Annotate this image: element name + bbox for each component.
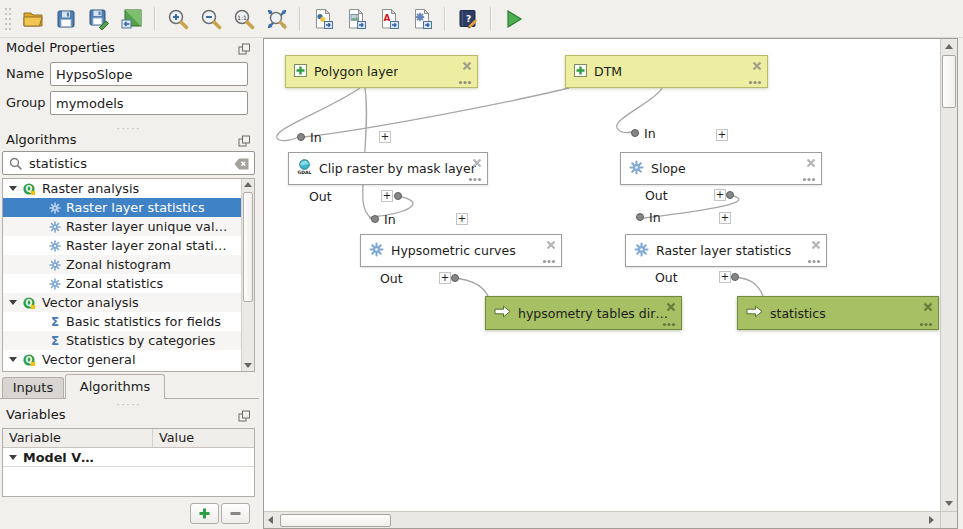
expand-node-icon[interactable] [802, 177, 816, 182]
node-output-hypsometry-tables-dir[interactable]: hypsometry tables dir… [485, 296, 682, 330]
port-expand-button[interactable]: + [456, 213, 468, 225]
export-as-pdf-button[interactable]: A [375, 5, 403, 33]
port-expand-button[interactable]: + [716, 129, 728, 141]
toolbar-drag-handle[interactable] [4, 6, 12, 32]
expand-node-icon[interactable] [458, 80, 472, 85]
clear-search-icon[interactable] [234, 158, 249, 170]
node-clip-raster-by-mask-layer[interactable]: GDAL Clip raster by mask layer [288, 152, 488, 185]
tree-group-raster-analysis[interactable]: Q Raster analysis [3, 179, 241, 198]
port-in-dot[interactable] [371, 215, 379, 223]
expand-node-icon[interactable] [662, 322, 676, 327]
tree-item-zonal-histogram[interactable]: Zonal histogram [3, 255, 241, 274]
save-model-as-button[interactable] [85, 5, 113, 33]
remove-node-icon[interactable] [666, 300, 676, 315]
column-variable[interactable]: Variable [3, 429, 153, 447]
expand-node-icon[interactable] [748, 80, 762, 85]
zoom-full-button[interactable] [263, 5, 291, 33]
collapse-caret-icon[interactable] [9, 455, 17, 464]
port-expand-button[interactable]: + [719, 271, 731, 283]
vertical-scrollbar-thumb[interactable] [942, 55, 956, 108]
help-button[interactable]: ? [454, 5, 482, 33]
export-model-button[interactable] [118, 5, 146, 33]
add-variable-button[interactable] [190, 503, 219, 524]
remove-node-icon[interactable] [472, 156, 482, 171]
port-in-dot[interactable] [297, 133, 305, 141]
scroll-left-icon[interactable] [268, 516, 273, 524]
export-as-image-button[interactable] [342, 5, 370, 33]
remove-node-icon[interactable] [752, 59, 762, 74]
port-in-dot[interactable] [631, 129, 639, 137]
node-hypsometric-curves[interactable]: Hypsometric curves [360, 234, 562, 267]
tree-item-statistics-by-categories[interactable]: Σ Statistics by categories [3, 331, 241, 350]
tree-item-raster-layer-statistics[interactable]: Raster layer statistics [3, 198, 241, 217]
tree-scrollbar-thumb[interactable] [243, 192, 253, 302]
tree-item-raster-layer-unique-values[interactable]: Raster layer unique val… [3, 217, 241, 236]
open-model-button[interactable] [19, 5, 47, 33]
search-input[interactable] [27, 153, 227, 173]
remove-node-icon[interactable] [462, 59, 472, 74]
port-label: In [310, 130, 322, 145]
port-out-dot[interactable] [726, 191, 734, 199]
tree-item-zonal-statistics[interactable]: Zonal statistics [3, 274, 241, 293]
scroll-right-icon[interactable] [929, 516, 934, 524]
tab-algorithms[interactable]: Algorithms [65, 374, 165, 399]
remove-node-icon[interactable] [806, 156, 816, 171]
port-out-dot[interactable] [451, 274, 459, 282]
expand-node-icon[interactable] [468, 177, 482, 182]
expand-node-icon[interactable] [542, 259, 556, 264]
open-folder-icon [21, 7, 45, 31]
collapse-caret-icon[interactable] [9, 300, 17, 309]
remove-node-icon[interactable] [811, 238, 821, 253]
tab-inputs[interactable]: Inputs [2, 377, 64, 398]
variables-group-row[interactable]: Model V… [3, 448, 254, 467]
scroll-down-icon[interactable] [244, 363, 252, 368]
zoom-out-button[interactable] [197, 5, 225, 33]
zoom-actual-size-button[interactable]: 1:1 [230, 5, 258, 33]
port-expand-button[interactable]: + [379, 131, 391, 143]
port-in-dot[interactable] [636, 213, 644, 221]
tree-scrollbar[interactable] [241, 179, 254, 371]
model-group-input[interactable] [50, 91, 248, 115]
float-panel-icon[interactable] [238, 43, 251, 56]
scroll-up-icon[interactable] [945, 44, 953, 49]
tree-item-basic-statistics-for-fields[interactable]: Σ Basic statistics for fields [3, 312, 241, 331]
tree-item-raster-layer-zonal-statistics[interactable]: Raster layer zonal stati… [3, 236, 241, 255]
node-dtm[interactable]: DTM [565, 55, 768, 88]
remove-node-icon[interactable] [546, 238, 556, 253]
canvas-horizontal-scrollbar[interactable] [264, 511, 940, 528]
collapse-caret-icon[interactable] [9, 357, 17, 366]
model-canvas[interactable]: Polygon layer DTM In + In + GDAL Clip ra… [263, 38, 958, 529]
expand-node-icon[interactable] [919, 322, 933, 327]
node-slope[interactable]: Slope [620, 152, 822, 185]
port-expand-button[interactable]: + [439, 272, 451, 284]
expand-node-icon[interactable] [807, 259, 821, 264]
node-raster-layer-statistics[interactable]: Raster layer statistics [625, 234, 827, 267]
scroll-down-icon[interactable] [945, 501, 953, 506]
save-model-button[interactable] [52, 5, 80, 33]
remove-node-icon[interactable] [923, 300, 933, 315]
float-panel-icon[interactable] [238, 410, 251, 423]
zoom-in-button[interactable] [164, 5, 192, 33]
scroll-up-icon[interactable] [244, 182, 252, 187]
remove-variable-button[interactable] [221, 503, 250, 524]
port-out-dot[interactable] [394, 192, 402, 200]
run-model-button[interactable] [500, 5, 528, 33]
export-as-svg-button[interactable] [408, 5, 436, 33]
port-expand-button[interactable]: + [714, 189, 726, 201]
algorithm-search [2, 151, 255, 175]
tree-group-vector-general[interactable]: Q Vector general [3, 350, 241, 369]
horizontal-scrollbar-thumb[interactable] [280, 514, 391, 527]
qgis-icon: Q [22, 182, 36, 196]
node-polygon-layer[interactable]: Polygon layer [285, 55, 478, 88]
collapse-caret-icon[interactable] [9, 186, 17, 195]
column-value[interactable]: Value [153, 429, 194, 447]
port-expand-button[interactable]: + [719, 212, 731, 224]
canvas-vertical-scrollbar[interactable] [940, 39, 957, 511]
export-as-python-button[interactable] [309, 5, 337, 33]
tree-group-vector-analysis[interactable]: Q Vector analysis [3, 293, 241, 312]
model-name-input[interactable] [50, 62, 248, 86]
node-output-statistics[interactable]: statistics [737, 296, 939, 330]
port-expand-button[interactable]: + [381, 190, 393, 202]
float-panel-icon[interactable] [238, 135, 251, 148]
port-out-dot[interactable] [731, 273, 739, 281]
